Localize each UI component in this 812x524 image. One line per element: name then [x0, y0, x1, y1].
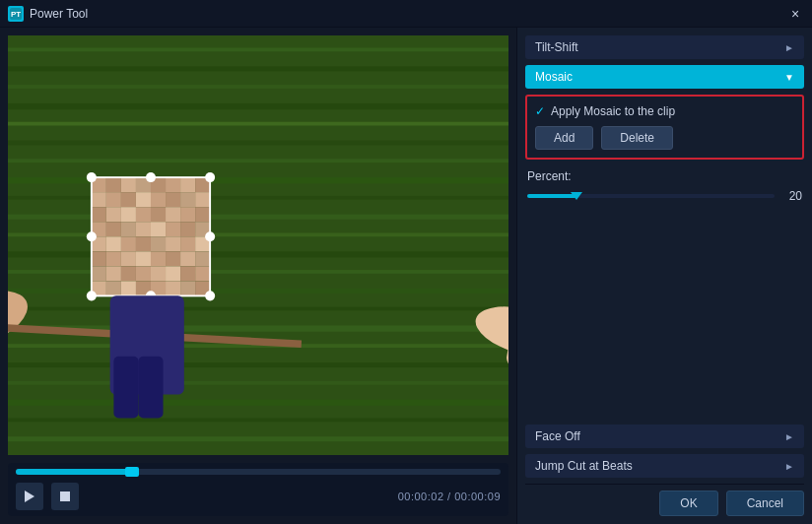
- svg-rect-75: [151, 251, 166, 266]
- app-icon: PT: [8, 6, 24, 22]
- percent-section: Percent: 20: [525, 165, 804, 207]
- svg-rect-50: [136, 207, 151, 222]
- svg-rect-108: [60, 491, 70, 501]
- video-scene: [8, 35, 508, 455]
- svg-rect-47: [92, 207, 106, 222]
- svg-rect-71: [92, 251, 106, 266]
- delete-button[interactable]: Delete: [601, 126, 673, 150]
- face-off-item[interactable]: Face Off ►: [525, 425, 804, 448]
- svg-rect-81: [121, 266, 136, 281]
- svg-rect-76: [166, 251, 180, 266]
- stop-button[interactable]: [51, 483, 79, 510]
- face-off-label: Face Off: [535, 429, 580, 443]
- svg-rect-4: [8, 48, 508, 52]
- face-off-chevron: ►: [784, 431, 794, 442]
- svg-point-100: [146, 172, 156, 182]
- svg-rect-18: [8, 307, 508, 311]
- slider-thumb: [571, 192, 582, 200]
- svg-rect-83: [151, 266, 166, 281]
- svg-rect-106: [138, 357, 163, 419]
- mosaic-chevron: ▼: [784, 72, 794, 83]
- svg-rect-69: [180, 236, 195, 251]
- svg-rect-56: [106, 222, 121, 236]
- svg-rect-43: [151, 192, 166, 207]
- svg-rect-6: [8, 85, 508, 89]
- svg-rect-79: [92, 266, 106, 281]
- close-button[interactable]: ×: [786, 5, 804, 23]
- svg-rect-45: [180, 192, 195, 207]
- svg-rect-5: [8, 66, 508, 71]
- svg-rect-77: [180, 251, 195, 266]
- svg-rect-14: [8, 232, 508, 236]
- svg-point-97: [205, 172, 215, 182]
- svg-rect-8: [8, 122, 508, 126]
- svg-rect-68: [166, 236, 180, 251]
- svg-rect-49: [121, 207, 136, 222]
- spacer: [525, 213, 804, 419]
- svg-rect-32: [106, 177, 121, 192]
- svg-rect-57: [121, 222, 136, 236]
- jump-cut-item[interactable]: Jump Cut at Beats ►: [525, 454, 804, 478]
- svg-rect-60: [166, 222, 180, 236]
- checkmark-icon: ✓: [535, 104, 545, 118]
- svg-rect-78: [195, 251, 210, 266]
- timeline-progress: [16, 469, 137, 475]
- percent-value: 20: [782, 189, 802, 203]
- svg-rect-65: [121, 236, 136, 251]
- mosaic-options-box: ✓ Apply Mosaic to the clip Add Delete: [525, 95, 804, 160]
- svg-rect-9: [8, 141, 508, 146]
- svg-point-98: [87, 291, 97, 300]
- ok-button[interactable]: OK: [659, 491, 717, 516]
- tilt-shift-item[interactable]: Tilt-Shift ►: [525, 35, 804, 59]
- svg-rect-85: [180, 266, 195, 281]
- title-bar-left: PT Power Tool: [8, 6, 88, 22]
- svg-rect-82: [136, 266, 151, 281]
- svg-rect-74: [136, 251, 151, 266]
- mosaic-buttons-row: Add Delete: [535, 126, 794, 150]
- svg-rect-17: [8, 289, 508, 294]
- jump-cut-chevron: ►: [784, 461, 794, 472]
- svg-rect-64: [106, 236, 121, 251]
- svg-rect-10: [8, 159, 508, 163]
- cancel-button[interactable]: Cancel: [726, 491, 804, 516]
- tilt-shift-label: Tilt-Shift: [535, 40, 578, 54]
- svg-rect-58: [136, 222, 151, 236]
- svg-rect-24: [8, 418, 508, 422]
- svg-rect-40: [106, 192, 121, 207]
- svg-rect-86: [195, 266, 210, 281]
- svg-rect-92: [166, 281, 180, 295]
- slider-fill: [527, 194, 576, 198]
- svg-rect-42: [136, 192, 151, 207]
- window-title: Power Tool: [30, 7, 88, 21]
- add-button[interactable]: Add: [535, 126, 593, 150]
- percent-slider[interactable]: [527, 194, 775, 198]
- svg-rect-15: [8, 251, 508, 257]
- svg-rect-11: [8, 177, 508, 183]
- jump-cut-label: Jump Cut at Beats: [535, 459, 633, 473]
- slider-row: 20: [527, 189, 802, 203]
- right-panel: Tilt-Shift ► Mosaic ▼ ✓ Apply Mosaic to …: [516, 28, 812, 524]
- svg-rect-52: [166, 207, 180, 222]
- svg-rect-22: [8, 381, 508, 385]
- svg-rect-54: [195, 207, 210, 222]
- svg-rect-105: [113, 357, 138, 419]
- controls-row: 00:00:02 / 00:00:09: [16, 483, 501, 510]
- svg-rect-48: [106, 207, 121, 222]
- timeline-bar[interactable]: [16, 469, 501, 475]
- svg-rect-59: [151, 222, 166, 236]
- playback-controls: 00:00:02 / 00:00:09: [8, 463, 508, 516]
- svg-rect-73: [121, 251, 136, 266]
- svg-rect-39: [92, 192, 106, 207]
- svg-rect-21: [8, 362, 508, 367]
- svg-rect-61: [180, 222, 195, 236]
- svg-point-96: [87, 172, 97, 182]
- svg-point-102: [87, 231, 97, 241]
- svg-rect-84: [166, 266, 180, 281]
- svg-point-99: [205, 291, 215, 300]
- play-button[interactable]: [16, 483, 43, 510]
- svg-rect-72: [106, 251, 121, 266]
- mosaic-item[interactable]: Mosaic ▼: [525, 65, 804, 89]
- mosaic-label: Mosaic: [535, 70, 573, 84]
- svg-rect-53: [180, 207, 195, 222]
- svg-rect-80: [106, 266, 121, 281]
